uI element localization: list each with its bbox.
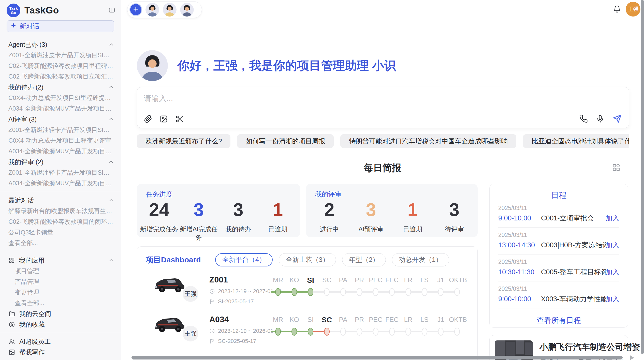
chevron-up-icon[interactable] bbox=[108, 257, 114, 263]
view-all-chats-link[interactable]: 查看全部... bbox=[0, 238, 121, 248]
add-agent-button[interactable] bbox=[129, 3, 142, 16]
filter-chip[interactable]: 年型（2） bbox=[342, 253, 386, 266]
join-link[interactable]: 加入 bbox=[606, 267, 619, 277]
sidebar-item[interactable]: Z001-全新燃油轻卡产品开发项目SI节点属性5D文件评审 bbox=[0, 167, 121, 178]
scroll-down-arrow[interactable] bbox=[633, 348, 638, 351]
milestone-dot bbox=[340, 328, 346, 336]
stat-value: 24 bbox=[139, 201, 179, 219]
row-label: AI超级员工 bbox=[19, 336, 51, 347]
chevron-up-icon[interactable] bbox=[108, 159, 114, 165]
sidebar-item[interactable]: C0X4-动力总成开发项目工程变更评审 bbox=[0, 135, 121, 146]
chevron-up-icon[interactable] bbox=[108, 41, 114, 48]
chat-input[interactable] bbox=[144, 93, 622, 110]
stat-cell: 3AI预评审 bbox=[350, 201, 392, 233]
card-title: 我的评审 bbox=[315, 190, 342, 199]
suggestion-chip[interactable]: 欧洲新规最近颁布了什么? bbox=[137, 134, 230, 148]
app-item[interactable]: 项目管理 bbox=[0, 266, 121, 276]
grid-layout-icon[interactable] bbox=[612, 163, 621, 173]
chevron-up-icon[interactable] bbox=[108, 84, 114, 90]
send-icon[interactable] bbox=[613, 114, 622, 123]
section-title: 我的评审 (2) bbox=[8, 157, 43, 167]
agent-avatar[interactable] bbox=[145, 3, 159, 17]
sidebar-item[interactable]: C0X4-动力总成开发项目SI里程碑提交物检查 bbox=[0, 93, 121, 103]
milestone-date-text: SI-2025-05-17 bbox=[218, 298, 254, 305]
sidebar-section-header[interactable]: Agent已办 (3) bbox=[0, 39, 121, 50]
milestone-dot bbox=[438, 328, 444, 336]
schedule-item: 2025/03/119:00-10:00X003-车辆动力学性能验...加入 bbox=[498, 281, 619, 308]
sidebar-section-header[interactable]: 我的评审 (2) bbox=[0, 157, 121, 167]
stat-cell: 3待评审 bbox=[433, 201, 475, 233]
sidebar-item[interactable]: C02-飞腾新能源轻客改款项目立项汇报方案 bbox=[0, 71, 121, 82]
join-link[interactable]: 加入 bbox=[606, 241, 619, 250]
bell-icon[interactable] bbox=[613, 5, 621, 14]
schedule-date: 2025/03/11 bbox=[498, 286, 619, 292]
my-review-card: 我的评审 2进行中3AI预评审1已逾期3待评审 bbox=[306, 184, 478, 237]
stat-label: 进行中 bbox=[309, 225, 350, 233]
clock-icon bbox=[209, 328, 215, 334]
chevron-up-icon[interactable] bbox=[108, 197, 114, 203]
milestone-timeline: MRKOSISCPAPRPECFECLRLSJ1OKTB bbox=[270, 271, 471, 297]
milestone-dot bbox=[291, 288, 297, 296]
sidebar-item-ai-staff[interactable]: AI超级员工 bbox=[0, 336, 121, 347]
milestone-label: MR bbox=[270, 276, 286, 284]
sidebar-item[interactable]: Z001-全新燃油轻卡产品开发项目SI造型提交物评审 bbox=[0, 125, 121, 135]
horizontal-scrollbar[interactable] bbox=[131, 356, 623, 359]
scissors-icon[interactable] bbox=[175, 115, 184, 123]
mic-icon[interactable] bbox=[596, 114, 605, 123]
sidebar-section-header[interactable]: 我的应用 bbox=[0, 255, 121, 266]
user-avatar[interactable]: 王强 bbox=[626, 2, 640, 17]
view-all-schedule-link[interactable]: 查看所有日程 bbox=[498, 316, 619, 326]
milestone-label: OKTB bbox=[449, 276, 465, 284]
milestone-label: LR bbox=[400, 316, 416, 324]
sidebar-section-header[interactable]: 我的待办 (2) bbox=[0, 82, 121, 93]
join-link[interactable]: 加入 bbox=[606, 214, 619, 223]
stat-cell: 2进行中 bbox=[309, 201, 350, 233]
join-link[interactable]: 加入 bbox=[606, 294, 619, 304]
app-item[interactable]: 变更管理 bbox=[0, 287, 121, 298]
sidebar-section-header[interactable]: 最近对话 bbox=[0, 195, 121, 206]
stat-label: AI预评审 bbox=[350, 225, 392, 233]
suggestion-chip[interactable]: 如何写一份清晰的项目周报 bbox=[237, 134, 334, 148]
filter-chip[interactable]: 动总开发（1） bbox=[392, 253, 449, 266]
agent-avatar[interactable] bbox=[163, 3, 177, 17]
milestone-dot bbox=[291, 328, 297, 336]
sidebar-list: Agent已办 (3)Z001-全新燃油皮卡产品开发项目SI节点Lesson L… bbox=[0, 39, 121, 360]
scroll-right-arrow[interactable] bbox=[630, 355, 634, 360]
milestone-label: J1 bbox=[433, 316, 449, 324]
stat-value: 3 bbox=[350, 201, 392, 219]
suggestion-chip[interactable]: 比亚迪全固态电池计划具体说了什么 bbox=[523, 134, 629, 148]
sidebar-item[interactable]: A034-全新新能源MUV产品开发项目造型可行性评审 bbox=[0, 178, 121, 189]
filter-chip[interactable]: 全新平台（4） bbox=[215, 253, 273, 266]
sidebar-item-writing[interactable]: 帮我写作 bbox=[0, 347, 121, 357]
stat-value: 1 bbox=[392, 201, 434, 219]
schedule-date: 2025/03/11 bbox=[498, 232, 619, 238]
sidebar-item-favorites[interactable]: 我的收藏 bbox=[0, 319, 121, 330]
sidebar-toggle-icon[interactable] bbox=[108, 7, 115, 14]
chevron-up-icon[interactable] bbox=[108, 116, 114, 122]
vertical-scrollbar[interactable] bbox=[641, 0, 644, 354]
sidebar-item-creative-draw[interactable]: 创意制图 bbox=[0, 357, 121, 360]
recent-chat-item[interactable]: 解释最新出台的欧盟报废车法规再生塑料比例被调至15%... bbox=[0, 206, 121, 216]
milestone-dot bbox=[422, 288, 427, 296]
recent-chat-item[interactable]: 公司Q3轻卡销量 bbox=[0, 227, 121, 238]
filter-chip[interactable]: 全新上装（3） bbox=[279, 253, 336, 266]
new-chat-button[interactable]: 新对话 bbox=[7, 20, 114, 32]
agent-avatar[interactable] bbox=[180, 3, 194, 17]
sidebar-item[interactable]: A034-全新新能源MUV产品开发项目法规符合性评审 bbox=[0, 146, 121, 157]
phone-icon[interactable] bbox=[579, 114, 588, 123]
milestone-dot bbox=[373, 288, 378, 296]
sidebar-item[interactable]: A034-全新新能源MUV产品开发项目计划变更表编写 bbox=[0, 103, 121, 114]
sidebar-section-header[interactable]: AI评审 (3) bbox=[0, 114, 121, 125]
recent-chat-item[interactable]: C02-飞腾新能源轻客改款项目的闭环通告反馈情况 bbox=[0, 216, 121, 227]
milestone-label: SI bbox=[302, 316, 319, 324]
paperclip-icon[interactable] bbox=[144, 115, 152, 123]
app-item[interactable]: 查看全部... bbox=[0, 298, 121, 308]
image-icon[interactable] bbox=[159, 115, 168, 123]
app-item[interactable]: 产品管理 bbox=[0, 276, 121, 287]
schedule-item: 2025/03/1110:30-11:30C005-整车工程目标评审加入 bbox=[498, 254, 619, 281]
milestone-label: FEC bbox=[384, 316, 400, 324]
sidebar-item[interactable]: Z001-全新燃油皮卡产品开发项目SI节点Lesson Learn报告 bbox=[0, 50, 121, 61]
sidebar-item-cloud[interactable]: 我的云空间 bbox=[0, 308, 121, 319]
sidebar-item[interactable]: C02-飞腾新能源轻客改款项目里程碑画布 bbox=[0, 61, 121, 71]
suggestion-chip[interactable]: 特朗普可能对进口汽车增税会对中国车企造成哪些影响 bbox=[340, 134, 516, 148]
